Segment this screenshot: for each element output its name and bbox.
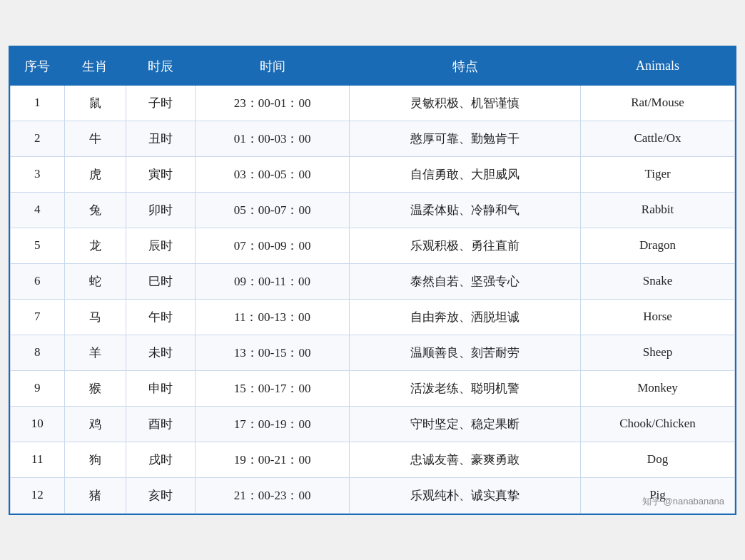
cell-tedian: 自由奔放、洒脱坦诚 — [350, 299, 581, 335]
cell-tedian: 自信勇敢、大胆威风 — [350, 156, 581, 192]
cell-animals: Tiger — [581, 156, 735, 192]
cell-animals: Snake — [581, 263, 735, 299]
cell-shijian: 19：00-21：00 — [196, 442, 350, 477]
table-row: 9猴申时15：00-17：00活泼老练、聪明机警Monkey — [11, 370, 735, 406]
header-animals: Animals — [581, 47, 735, 85]
cell-tedian: 温柔体贴、冷静和气 — [350, 192, 581, 228]
cell-tedian: 忠诚友善、豪爽勇敢 — [350, 442, 581, 477]
cell-shijian: 05：00-07：00 — [196, 192, 350, 228]
cell-shijian: 03：00-05：00 — [196, 156, 350, 192]
cell-shijian: 09：00-11：00 — [196, 263, 350, 299]
cell-tedian: 灵敏积极、机智谨慎 — [350, 85, 581, 121]
cell-shengxiao: 龙 — [64, 228, 126, 263]
cell-shichen: 戌时 — [126, 442, 195, 477]
table-row: 1鼠子时23：00-01：00灵敏积极、机智谨慎Rat/Mouse — [11, 85, 735, 121]
cell-tedian: 泰然自若、坚强专心 — [350, 263, 581, 299]
cell-shichen: 酉时 — [126, 406, 195, 442]
cell-animals: Rat/Mouse — [581, 85, 735, 121]
cell-animals: Horse — [581, 299, 735, 335]
cell-shengxiao: 羊 — [64, 335, 126, 370]
table-row: 2牛丑时01：00-03：00憨厚可靠、勤勉肯干Cattle/Ox — [11, 121, 735, 156]
cell-num: 5 — [11, 228, 65, 263]
table-row: 10鸡酉时17：00-19：00守时坚定、稳定果断Chook/Chicken — [11, 406, 735, 442]
table-row: 11狗戌时19：00-21：00忠诚友善、豪爽勇敢Dog — [11, 442, 735, 477]
header-shichen: 时辰 — [126, 47, 195, 85]
cell-shengxiao: 猪 — [64, 477, 126, 513]
cell-animals: Sheep — [581, 335, 735, 370]
cell-num: 3 — [11, 156, 65, 192]
cell-tedian: 憨厚可靠、勤勉肯干 — [350, 121, 581, 156]
cell-animals: Monkey — [581, 370, 735, 406]
cell-shijian: 07：00-09：00 — [196, 228, 350, 263]
cell-shengxiao: 马 — [64, 299, 126, 335]
cell-shichen: 子时 — [126, 85, 195, 121]
cell-shengxiao: 鸡 — [64, 406, 126, 442]
cell-shichen: 巳时 — [126, 263, 195, 299]
cell-tedian: 温顺善良、刻苦耐劳 — [350, 335, 581, 370]
cell-animals: Cattle/Ox — [581, 121, 735, 156]
table-row: 4兔卯时05：00-07：00温柔体贴、冷静和气Rabbit — [11, 192, 735, 228]
cell-num: 1 — [11, 85, 65, 121]
cell-shichen: 辰时 — [126, 228, 195, 263]
cell-num: 6 — [11, 263, 65, 299]
cell-shengxiao: 鼠 — [64, 85, 126, 121]
header-num: 序号 — [11, 47, 65, 85]
cell-tedian: 乐观纯朴、诚实真挚 — [350, 477, 581, 513]
cell-shijian: 11：00-13：00 — [196, 299, 350, 335]
header-tedian: 特点 — [350, 47, 581, 85]
cell-shengxiao: 牛 — [64, 121, 126, 156]
cell-num: 7 — [11, 299, 65, 335]
cell-num: 11 — [11, 442, 65, 477]
cell-shichen: 寅时 — [126, 156, 195, 192]
cell-shengxiao: 猴 — [64, 370, 126, 406]
cell-shijian: 13：00-15：00 — [196, 335, 350, 370]
cell-shijian: 15：00-17：00 — [196, 370, 350, 406]
cell-shichen: 卯时 — [126, 192, 195, 228]
cell-animals: Rabbit — [581, 192, 735, 228]
cell-shijian: 01：00-03：00 — [196, 121, 350, 156]
header-shijian: 时间 — [196, 47, 350, 85]
watermark-text: 知乎 @nanabanana — [642, 495, 724, 508]
cell-animals: Chook/Chicken — [581, 406, 735, 442]
cell-shichen: 亥时 — [126, 477, 195, 513]
cell-shengxiao: 虎 — [64, 156, 126, 192]
cell-shijian: 21：00-23：00 — [196, 477, 350, 513]
cell-shichen: 申时 — [126, 370, 195, 406]
table-row: 8羊未时13：00-15：00温顺善良、刻苦耐劳Sheep — [11, 335, 735, 370]
cell-animals: Dragon — [581, 228, 735, 263]
cell-num: 12 — [11, 477, 65, 513]
zodiac-table: 序号 生肖 时辰 时间 特点 Animals 1鼠子时23：00-01：00灵敏… — [10, 47, 735, 514]
cell-num: 2 — [11, 121, 65, 156]
table-header-row: 序号 生肖 时辰 时间 特点 Animals — [11, 47, 735, 85]
main-table-container: 序号 生肖 时辰 时间 特点 Animals 1鼠子时23：00-01：00灵敏… — [9, 46, 736, 515]
cell-shengxiao: 蛇 — [64, 263, 126, 299]
table-row: 6蛇巳时09：00-11：00泰然自若、坚强专心Snake — [11, 263, 735, 299]
cell-shengxiao: 兔 — [64, 192, 126, 228]
cell-shengxiao: 狗 — [64, 442, 126, 477]
cell-tedian: 乐观积极、勇往直前 — [350, 228, 581, 263]
header-shengxiao: 生肖 — [64, 47, 126, 85]
cell-num: 10 — [11, 406, 65, 442]
table-row: 3虎寅时03：00-05：00自信勇敢、大胆威风Tiger — [11, 156, 735, 192]
table-row: 5龙辰时07：00-09：00乐观积极、勇往直前Dragon — [11, 228, 735, 263]
table-row: 12猪亥时21：00-23：00乐观纯朴、诚实真挚Pig — [11, 477, 735, 513]
cell-tedian: 守时坚定、稳定果断 — [350, 406, 581, 442]
cell-shichen: 未时 — [126, 335, 195, 370]
cell-num: 9 — [11, 370, 65, 406]
cell-shijian: 17：00-19：00 — [196, 406, 350, 442]
table-row: 7马午时11：00-13：00自由奔放、洒脱坦诚Horse — [11, 299, 735, 335]
cell-shichen: 午时 — [126, 299, 195, 335]
cell-num: 4 — [11, 192, 65, 228]
cell-tedian: 活泼老练、聪明机警 — [350, 370, 581, 406]
cell-shichen: 丑时 — [126, 121, 195, 156]
cell-animals: Dog — [581, 442, 735, 477]
cell-num: 8 — [11, 335, 65, 370]
cell-shijian: 23：00-01：00 — [196, 85, 350, 121]
